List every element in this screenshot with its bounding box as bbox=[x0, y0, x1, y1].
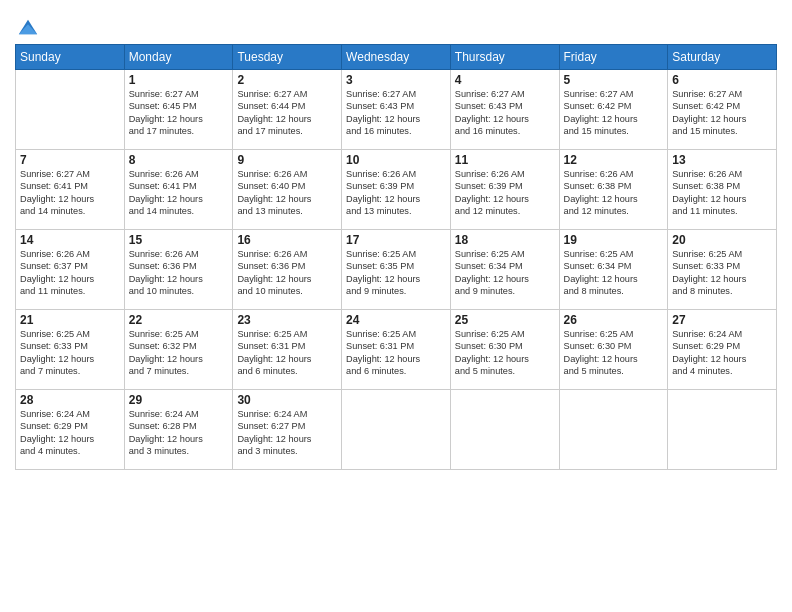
day-number: 15 bbox=[129, 233, 229, 247]
calendar-cell: 18Sunrise: 6:25 AM Sunset: 6:34 PM Dayli… bbox=[450, 230, 559, 310]
day-number: 6 bbox=[672, 73, 772, 87]
weekday-header-saturday: Saturday bbox=[668, 45, 777, 70]
calendar-cell: 15Sunrise: 6:26 AM Sunset: 6:36 PM Dayli… bbox=[124, 230, 233, 310]
day-detail: Sunrise: 6:25 AM Sunset: 6:32 PM Dayligh… bbox=[129, 328, 229, 378]
day-detail: Sunrise: 6:24 AM Sunset: 6:29 PM Dayligh… bbox=[20, 408, 120, 458]
calendar-cell: 22Sunrise: 6:25 AM Sunset: 6:32 PM Dayli… bbox=[124, 310, 233, 390]
week-row-2: 7Sunrise: 6:27 AM Sunset: 6:41 PM Daylig… bbox=[16, 150, 777, 230]
week-row-4: 21Sunrise: 6:25 AM Sunset: 6:33 PM Dayli… bbox=[16, 310, 777, 390]
calendar-cell: 14Sunrise: 6:26 AM Sunset: 6:37 PM Dayli… bbox=[16, 230, 125, 310]
calendar-cell: 28Sunrise: 6:24 AM Sunset: 6:29 PM Dayli… bbox=[16, 390, 125, 470]
day-number: 17 bbox=[346, 233, 446, 247]
day-detail: Sunrise: 6:25 AM Sunset: 6:35 PM Dayligh… bbox=[346, 248, 446, 298]
day-number: 13 bbox=[672, 153, 772, 167]
calendar-cell: 25Sunrise: 6:25 AM Sunset: 6:30 PM Dayli… bbox=[450, 310, 559, 390]
weekday-header-sunday: Sunday bbox=[16, 45, 125, 70]
day-number: 5 bbox=[564, 73, 664, 87]
day-number: 16 bbox=[237, 233, 337, 247]
day-detail: Sunrise: 6:26 AM Sunset: 6:41 PM Dayligh… bbox=[129, 168, 229, 218]
day-detail: Sunrise: 6:24 AM Sunset: 6:27 PM Dayligh… bbox=[237, 408, 337, 458]
day-detail: Sunrise: 6:26 AM Sunset: 6:39 PM Dayligh… bbox=[346, 168, 446, 218]
calendar-cell: 12Sunrise: 6:26 AM Sunset: 6:38 PM Dayli… bbox=[559, 150, 668, 230]
calendar-cell: 1Sunrise: 6:27 AM Sunset: 6:45 PM Daylig… bbox=[124, 70, 233, 150]
calendar-cell: 30Sunrise: 6:24 AM Sunset: 6:27 PM Dayli… bbox=[233, 390, 342, 470]
day-number: 10 bbox=[346, 153, 446, 167]
day-detail: Sunrise: 6:27 AM Sunset: 6:43 PM Dayligh… bbox=[455, 88, 555, 138]
weekday-header-monday: Monday bbox=[124, 45, 233, 70]
calendar-cell bbox=[342, 390, 451, 470]
day-number: 30 bbox=[237, 393, 337, 407]
day-detail: Sunrise: 6:25 AM Sunset: 6:33 PM Dayligh… bbox=[672, 248, 772, 298]
day-number: 12 bbox=[564, 153, 664, 167]
calendar-cell: 9Sunrise: 6:26 AM Sunset: 6:40 PM Daylig… bbox=[233, 150, 342, 230]
day-number: 23 bbox=[237, 313, 337, 327]
calendar-cell: 17Sunrise: 6:25 AM Sunset: 6:35 PM Dayli… bbox=[342, 230, 451, 310]
day-number: 25 bbox=[455, 313, 555, 327]
calendar-cell: 24Sunrise: 6:25 AM Sunset: 6:31 PM Dayli… bbox=[342, 310, 451, 390]
week-row-1: 1Sunrise: 6:27 AM Sunset: 6:45 PM Daylig… bbox=[16, 70, 777, 150]
day-number: 18 bbox=[455, 233, 555, 247]
weekday-header-thursday: Thursday bbox=[450, 45, 559, 70]
day-number: 22 bbox=[129, 313, 229, 327]
day-detail: Sunrise: 6:24 AM Sunset: 6:29 PM Dayligh… bbox=[672, 328, 772, 378]
calendar-cell bbox=[16, 70, 125, 150]
calendar-cell: 4Sunrise: 6:27 AM Sunset: 6:43 PM Daylig… bbox=[450, 70, 559, 150]
day-number: 26 bbox=[564, 313, 664, 327]
day-number: 29 bbox=[129, 393, 229, 407]
day-number: 21 bbox=[20, 313, 120, 327]
day-number: 28 bbox=[20, 393, 120, 407]
logo-icon bbox=[17, 16, 39, 38]
day-number: 2 bbox=[237, 73, 337, 87]
calendar-cell: 19Sunrise: 6:25 AM Sunset: 6:34 PM Dayli… bbox=[559, 230, 668, 310]
calendar-cell: 2Sunrise: 6:27 AM Sunset: 6:44 PM Daylig… bbox=[233, 70, 342, 150]
calendar-cell: 8Sunrise: 6:26 AM Sunset: 6:41 PM Daylig… bbox=[124, 150, 233, 230]
day-number: 1 bbox=[129, 73, 229, 87]
weekday-header-friday: Friday bbox=[559, 45, 668, 70]
day-number: 3 bbox=[346, 73, 446, 87]
calendar-cell: 3Sunrise: 6:27 AM Sunset: 6:43 PM Daylig… bbox=[342, 70, 451, 150]
day-detail: Sunrise: 6:25 AM Sunset: 6:31 PM Dayligh… bbox=[346, 328, 446, 378]
day-detail: Sunrise: 6:25 AM Sunset: 6:31 PM Dayligh… bbox=[237, 328, 337, 378]
day-detail: Sunrise: 6:26 AM Sunset: 6:36 PM Dayligh… bbox=[129, 248, 229, 298]
day-detail: Sunrise: 6:27 AM Sunset: 6:42 PM Dayligh… bbox=[564, 88, 664, 138]
calendar-cell: 21Sunrise: 6:25 AM Sunset: 6:33 PM Dayli… bbox=[16, 310, 125, 390]
weekday-header-tuesday: Tuesday bbox=[233, 45, 342, 70]
svg-marker-1 bbox=[19, 24, 37, 34]
calendar: SundayMondayTuesdayWednesdayThursdayFrid… bbox=[15, 44, 777, 470]
weekday-header-row: SundayMondayTuesdayWednesdayThursdayFrid… bbox=[16, 45, 777, 70]
calendar-cell: 13Sunrise: 6:26 AM Sunset: 6:38 PM Dayli… bbox=[668, 150, 777, 230]
day-detail: Sunrise: 6:27 AM Sunset: 6:44 PM Dayligh… bbox=[237, 88, 337, 138]
day-number: 27 bbox=[672, 313, 772, 327]
calendar-cell: 5Sunrise: 6:27 AM Sunset: 6:42 PM Daylig… bbox=[559, 70, 668, 150]
calendar-cell: 6Sunrise: 6:27 AM Sunset: 6:42 PM Daylig… bbox=[668, 70, 777, 150]
day-detail: Sunrise: 6:27 AM Sunset: 6:43 PM Dayligh… bbox=[346, 88, 446, 138]
day-detail: Sunrise: 6:26 AM Sunset: 6:40 PM Dayligh… bbox=[237, 168, 337, 218]
week-row-5: 28Sunrise: 6:24 AM Sunset: 6:29 PM Dayli… bbox=[16, 390, 777, 470]
calendar-cell: 23Sunrise: 6:25 AM Sunset: 6:31 PM Dayli… bbox=[233, 310, 342, 390]
day-detail: Sunrise: 6:26 AM Sunset: 6:38 PM Dayligh… bbox=[564, 168, 664, 218]
calendar-cell: 26Sunrise: 6:25 AM Sunset: 6:30 PM Dayli… bbox=[559, 310, 668, 390]
day-detail: Sunrise: 6:27 AM Sunset: 6:45 PM Dayligh… bbox=[129, 88, 229, 138]
calendar-cell bbox=[450, 390, 559, 470]
calendar-cell: 27Sunrise: 6:24 AM Sunset: 6:29 PM Dayli… bbox=[668, 310, 777, 390]
day-detail: Sunrise: 6:25 AM Sunset: 6:34 PM Dayligh… bbox=[564, 248, 664, 298]
day-number: 9 bbox=[237, 153, 337, 167]
day-number: 11 bbox=[455, 153, 555, 167]
day-number: 4 bbox=[455, 73, 555, 87]
day-detail: Sunrise: 6:27 AM Sunset: 6:42 PM Dayligh… bbox=[672, 88, 772, 138]
day-detail: Sunrise: 6:27 AM Sunset: 6:41 PM Dayligh… bbox=[20, 168, 120, 218]
day-detail: Sunrise: 6:26 AM Sunset: 6:39 PM Dayligh… bbox=[455, 168, 555, 218]
day-number: 7 bbox=[20, 153, 120, 167]
day-detail: Sunrise: 6:26 AM Sunset: 6:38 PM Dayligh… bbox=[672, 168, 772, 218]
logo bbox=[15, 14, 39, 38]
calendar-cell: 20Sunrise: 6:25 AM Sunset: 6:33 PM Dayli… bbox=[668, 230, 777, 310]
day-number: 8 bbox=[129, 153, 229, 167]
calendar-cell: 7Sunrise: 6:27 AM Sunset: 6:41 PM Daylig… bbox=[16, 150, 125, 230]
weekday-header-wednesday: Wednesday bbox=[342, 45, 451, 70]
day-detail: Sunrise: 6:25 AM Sunset: 6:34 PM Dayligh… bbox=[455, 248, 555, 298]
calendar-cell: 29Sunrise: 6:24 AM Sunset: 6:28 PM Dayli… bbox=[124, 390, 233, 470]
day-number: 20 bbox=[672, 233, 772, 247]
day-number: 19 bbox=[564, 233, 664, 247]
day-detail: Sunrise: 6:25 AM Sunset: 6:33 PM Dayligh… bbox=[20, 328, 120, 378]
day-number: 14 bbox=[20, 233, 120, 247]
